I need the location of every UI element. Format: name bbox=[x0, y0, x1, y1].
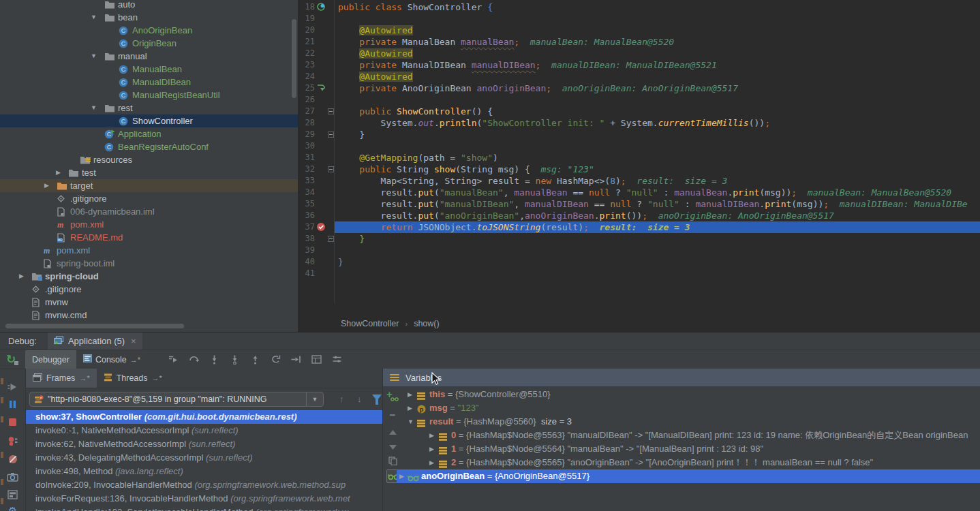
tree-item-spring-cloud[interactable]: ▶spring-cloud bbox=[0, 270, 298, 283]
stack-frame-row[interactable]: invokeAndHandle:102, ServletInvocableHan… bbox=[26, 506, 382, 511]
variable-row-2[interactable]: ▶2 = {HashMap$Node@5565} "anoOriginBean"… bbox=[397, 456, 980, 469]
tree-item-showcontroller[interactable]: CShowController bbox=[0, 114, 298, 127]
code-line-39[interactable]: 39 bbox=[298, 245, 980, 256]
variable-row-1[interactable]: ▶1 = {HashMap$Node@5564} "manualBean" ->… bbox=[397, 442, 980, 456]
code-line-30[interactable]: 30 bbox=[298, 140, 980, 152]
close-icon[interactable]: × bbox=[131, 336, 136, 346]
project-tree[interactable]: auto▼beanCAnoOriginBeanCOriginBean▼manua… bbox=[0, 0, 298, 332]
next-frame-icon[interactable]: ↓ bbox=[357, 394, 362, 404]
code-line-26[interactable]: 26 bbox=[298, 94, 980, 106]
tree-item-006-dynamicbean-iml[interactable]: 006-dynamicbean.iml bbox=[0, 205, 298, 218]
stack-frame-row[interactable]: doInvoke:209, InvocableHandlerMethod (or… bbox=[26, 478, 382, 492]
stack-frame-list[interactable]: show:37, ShowController (com.git.hui.boo… bbox=[26, 410, 382, 511]
get-thread-dump-icon[interactable] bbox=[7, 471, 18, 482]
tab-debugger[interactable]: Debugger bbox=[25, 350, 76, 369]
debug-session-tab[interactable]: Application (5) × bbox=[48, 332, 142, 350]
fold-marker-icon[interactable] bbox=[328, 236, 334, 242]
tab-threads[interactable]: Threads →* bbox=[97, 369, 169, 388]
tree-item-gitignore[interactable]: .gitignore bbox=[0, 283, 298, 296]
chevron-down-icon[interactable]: ▼ bbox=[306, 392, 323, 406]
code-editor[interactable]: 18public class ShowController {1920 @Aut… bbox=[298, 0, 980, 332]
stop-program-icon[interactable] bbox=[7, 416, 18, 428]
tree-item-beanregisterautoconf[interactable]: CBeanRegisterAutoConf bbox=[0, 140, 298, 153]
code-line-22[interactable]: 22 @Autowired bbox=[298, 48, 980, 59]
code-line-19[interactable]: 19 bbox=[298, 13, 980, 25]
chevron-right-icon[interactable]: ▶ bbox=[429, 429, 434, 442]
force-step-into-icon[interactable] bbox=[229, 355, 240, 365]
code-line-40[interactable]: 40} bbox=[298, 256, 980, 268]
code-line-36[interactable]: 36 result.put("anoOriginBean",anoOriginB… bbox=[298, 210, 980, 221]
code-line-38[interactable]: 38 } bbox=[298, 233, 980, 245]
code-line-27[interactable]: 27 public ShowController() { bbox=[298, 106, 980, 117]
step-over-icon[interactable] bbox=[188, 355, 199, 365]
tree-item-manualregistbeanutil[interactable]: CManualRegistBeanUtil bbox=[0, 89, 298, 102]
code-area[interactable]: 18public class ShowController {1920 @Aut… bbox=[298, 0, 980, 315]
menu-icon[interactable] bbox=[390, 373, 399, 382]
chevron-right-icon[interactable]: ▶ bbox=[56, 169, 61, 176]
stack-frame-row[interactable]: invoke:498, Method (java.lang.reflect) bbox=[26, 465, 382, 478]
thread-dropdown[interactable]: "http-nio-8080-exec-8"@5,159 in group "m… bbox=[29, 392, 324, 407]
tree-item-rest[interactable]: ▼rest bbox=[0, 102, 298, 114]
tree-item-manualbean[interactable]: CManualBean bbox=[0, 63, 298, 76]
tree-item-readme-md[interactable]: MDREADME.md bbox=[0, 231, 298, 244]
variable-row-anooriginbean[interactable]: ▶anoOriginBean = {AnoOriginBean@5517} bbox=[397, 469, 980, 483]
tree-item-spring-boot-iml[interactable]: spring-boot.iml bbox=[0, 257, 298, 270]
chevron-right-icon[interactable]: ▶ bbox=[19, 273, 24, 279]
pause-program-icon[interactable] bbox=[7, 399, 18, 410]
breadcrumb-class[interactable]: ShowController bbox=[341, 319, 399, 328]
chevron-down-icon[interactable]: ▼ bbox=[91, 14, 97, 20]
step-out-icon[interactable] bbox=[249, 355, 260, 365]
code-line-41[interactable]: 41 bbox=[298, 268, 980, 279]
tree-item-bean[interactable]: ▼bean bbox=[0, 11, 298, 24]
chevron-down-icon[interactable]: ▼ bbox=[91, 104, 97, 111]
chevron-right-icon[interactable]: ▶ bbox=[399, 469, 404, 483]
tree-horizontal-scrollbar[interactable] bbox=[5, 324, 184, 328]
code-line-37[interactable]: 37 return JSONObject.toJSONString(result… bbox=[298, 221, 980, 233]
tree-item-mvnw[interactable]: mvnw bbox=[0, 296, 298, 309]
code-line-29[interactable]: 29 } bbox=[298, 129, 980, 140]
settings-gear-icon[interactable]: ⚙ bbox=[7, 505, 18, 511]
tree-item-mvnw-cmd[interactable]: mvnw.cmd bbox=[0, 309, 298, 322]
tree-item-application[interactable]: CApplication bbox=[0, 127, 298, 140]
tree-item-pom-xml[interactable]: mpom.xml bbox=[0, 244, 298, 257]
hide-frames-filter-icon[interactable] bbox=[372, 394, 382, 401]
drop-frame-icon[interactable] bbox=[270, 355, 281, 365]
fold-marker-icon[interactable] bbox=[328, 108, 334, 114]
tree-item-pom-xml[interactable]: mpom.xml bbox=[0, 218, 298, 231]
previous-frame-icon[interactable]: ↑ bbox=[339, 394, 344, 404]
restore-layout-icon[interactable] bbox=[7, 489, 18, 500]
chevron-right-icon[interactable]: ▶ bbox=[44, 182, 49, 189]
chevron-right-icon[interactable]: ▶ bbox=[408, 401, 412, 415]
breakpoint-gutter-icon[interactable] bbox=[316, 222, 326, 232]
code-line-18[interactable]: 18public class ShowController { bbox=[298, 1, 980, 13]
variable-row-result[interactable]: ▼result = {HashMap@5560} size = 3 bbox=[397, 415, 980, 429]
stack-frame-row[interactable]: show:37, ShowController (com.git.hui.boo… bbox=[26, 410, 382, 424]
variables-tree[interactable]: ▶this = {ShowController@5510}▶pmsg = "12… bbox=[397, 386, 980, 511]
chevron-right-icon[interactable]: ▶ bbox=[429, 456, 434, 469]
tree-item-gitignore[interactable]: .gitignore bbox=[0, 192, 298, 205]
tree-item-anooriginbean[interactable]: CAnoOriginBean bbox=[0, 24, 298, 37]
stack-frame-row[interactable]: invoke:43, DelegatingMethodAccessorImpl … bbox=[26, 451, 382, 465]
chevron-right-icon[interactable]: ▶ bbox=[408, 388, 412, 401]
stack-frame-row[interactable]: invoke:62, NativeMethodAccessorImpl (sun… bbox=[26, 437, 382, 451]
variable-row-msg[interactable]: ▶pmsg = "123" bbox=[397, 401, 980, 415]
code-line-33[interactable]: 33 Map<String, String> result = new Hash… bbox=[298, 175, 980, 187]
tree-item-manualdibean[interactable]: CManualDIBean bbox=[0, 76, 298, 89]
tree-item-target[interactable]: ▶target bbox=[0, 179, 298, 192]
tree-item-test[interactable]: ▶test bbox=[0, 166, 298, 179]
stack-frame-row[interactable]: invoke0:-1, NativeMethodAccessorImpl (su… bbox=[26, 424, 382, 437]
evaluate-expression-icon[interactable] bbox=[311, 355, 322, 365]
rerun-button[interactable]: ↻ bbox=[6, 353, 20, 367]
variable-row-this[interactable]: ▶this = {ShowController@5510} bbox=[397, 388, 980, 401]
breadcrumb-method[interactable]: show() bbox=[414, 319, 440, 328]
code-line-34[interactable]: 34 result.put("manualBean", manualBean =… bbox=[298, 187, 980, 198]
variable-row-0[interactable]: ▶0 = {HashMap$Node@5563} "manualDIBean" … bbox=[397, 429, 980, 442]
code-line-28[interactable]: 28 System.out.println("ShowController in… bbox=[298, 117, 980, 129]
resume-program-icon[interactable] bbox=[7, 381, 18, 392]
chevron-down-icon[interactable]: ▼ bbox=[408, 415, 414, 429]
code-line-31[interactable]: 31 @GetMapping(path = "show") bbox=[298, 152, 980, 164]
step-into-icon[interactable] bbox=[209, 355, 219, 365]
chevron-right-icon[interactable]: ▶ bbox=[429, 442, 434, 456]
code-line-23[interactable]: 23 private ManualDIBean manualDIBean; ma… bbox=[298, 59, 980, 71]
tree-item-auto[interactable]: auto bbox=[0, 0, 298, 11]
